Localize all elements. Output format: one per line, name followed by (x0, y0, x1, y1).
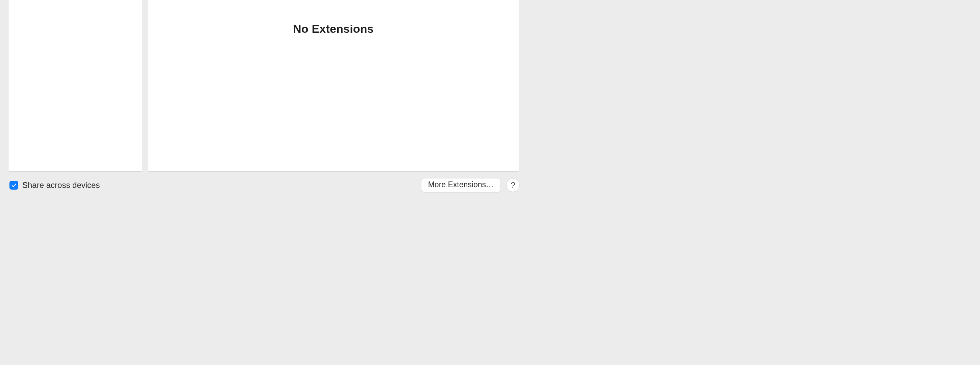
share-across-devices-label: Share across devices (22, 180, 100, 190)
footer-bar: Share across devices More Extensions… ? (0, 176, 527, 197)
share-across-devices-checkbox[interactable] (10, 181, 18, 190)
help-icon: ? (511, 180, 515, 190)
share-across-devices-option: Share across devices (10, 180, 100, 190)
no-extensions-heading: No Extensions (293, 22, 374, 35)
more-extensions-button[interactable]: More Extensions… (421, 178, 501, 192)
checkmark-icon (11, 182, 17, 188)
extensions-detail-panel: No Extensions (148, 0, 519, 172)
extensions-sidebar-panel (8, 0, 142, 172)
help-button[interactable]: ? (506, 179, 520, 192)
